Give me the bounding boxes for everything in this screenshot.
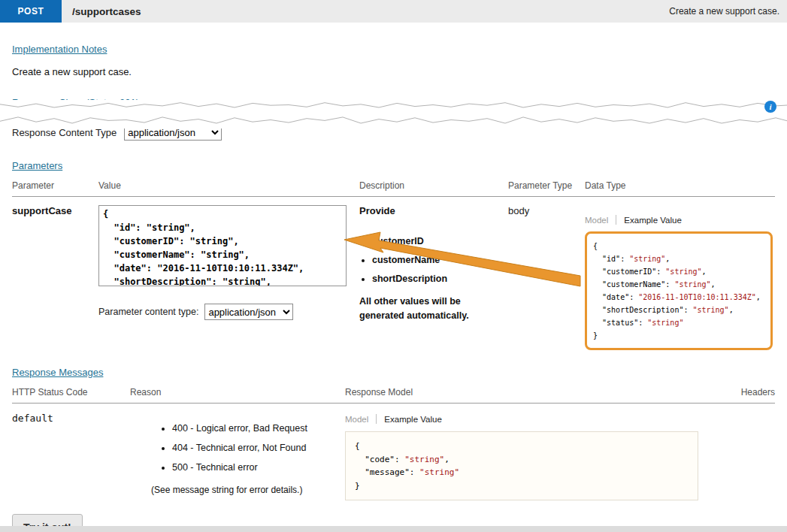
endpoint-header[interactable]: POST /supportcases Create a new support … xyxy=(0,0,787,23)
implementation-notes-heading: Implementation Notes xyxy=(12,44,107,55)
response-model-cell: Model Example Value { "code": "string", … xyxy=(345,404,716,500)
description-intro: Provide xyxy=(359,205,508,216)
torn-edge: i xyxy=(0,100,787,128)
col-value: Value xyxy=(98,171,359,196)
parameter-type-value: body xyxy=(508,197,585,350)
tab-separator xyxy=(376,414,377,424)
endpoint-path[interactable]: /supportcases xyxy=(72,6,141,17)
implementation-notes-text: Create a new support case. xyxy=(12,66,775,77)
headers-cell xyxy=(716,404,775,500)
response-model-tabs: Model Example Value xyxy=(345,413,716,424)
parameters-heading: Parameters xyxy=(12,160,62,171)
status-code-value: default xyxy=(12,404,130,500)
parameter-content-type-label: Parameter content type: xyxy=(98,307,198,317)
reason-bullet-list: 400 - Logical error, Bad Request 404 - T… xyxy=(172,423,345,473)
col-http-status-code: HTTP Status Code xyxy=(12,378,130,403)
tab-example-value[interactable]: Example Value xyxy=(624,216,682,225)
data-type-cell: Model Example Value { "id": "string", "c… xyxy=(585,197,775,350)
response-messages-table-header: HTTP Status Code Reason Response Model H… xyxy=(12,378,775,404)
description-note: All other values will be generated autom… xyxy=(359,295,491,323)
tab-model[interactable]: Model xyxy=(585,216,608,225)
response-model-json: { "code": "string", "message": "string" … xyxy=(355,440,689,492)
col-parameter-type: Parameter Type xyxy=(508,171,585,196)
col-parameter: Parameter xyxy=(12,171,98,196)
reason-bullet: 500 - Technical error xyxy=(172,462,345,473)
tab-example-value[interactable]: Example Value xyxy=(384,415,442,424)
col-response-model: Response Model xyxy=(345,378,716,403)
description-bullet: customerID xyxy=(372,236,508,246)
response-message-row-default: default 400 - Logical error, Bad Request… xyxy=(12,404,775,500)
parameter-value-cell: { "id": "string", "customerID": "string"… xyxy=(98,197,359,350)
description-bullet: shortDescription xyxy=(372,274,508,284)
info-icon[interactable]: i xyxy=(764,101,776,113)
parameter-row-supportcase: supportCase { "id": "string", "customerI… xyxy=(12,197,775,350)
torn-edge-lines xyxy=(0,100,787,128)
parameter-content-type-row: Parameter content type: application/json xyxy=(98,304,359,320)
parameter-name: supportCase xyxy=(12,197,98,350)
data-type-tabs: Model Example Value xyxy=(585,205,775,225)
parameter-content-type-select[interactable]: application/json xyxy=(204,304,293,320)
parameter-description-cell: Provide customerID customerName shortDes… xyxy=(359,197,508,350)
example-value-json: { "id": "string", "customerID": "string"… xyxy=(593,240,764,342)
tab-model[interactable]: Model xyxy=(345,415,368,424)
response-messages-heading: Response Messages xyxy=(12,367,103,378)
description-bullet: customerName xyxy=(372,255,508,265)
col-reason: Reason xyxy=(130,378,345,403)
bottom-strip xyxy=(0,526,787,532)
reason-bullet: 404 - Technical error, Not Found xyxy=(172,443,345,453)
reason-cell: 400 - Logical error, Bad Request 404 - T… xyxy=(130,404,345,500)
col-description: Description xyxy=(359,171,508,196)
reason-note: (See message string for error details.) xyxy=(151,485,345,495)
http-method-badge[interactable]: POST xyxy=(0,0,62,23)
tab-separator xyxy=(616,215,616,225)
body-parameter-textarea[interactable]: { "id": "string", "customerID": "string"… xyxy=(98,205,347,286)
response-model-example-box: { "code": "string", "message": "string" … xyxy=(345,431,698,500)
endpoint-summary: Create a new support case. xyxy=(669,6,779,17)
col-data-type: Data Type xyxy=(585,171,775,196)
description-bullet-list: customerID customerName shortDescription xyxy=(372,236,508,284)
example-value-box-highlighted: { "id": "string", "customerID": "string"… xyxy=(585,231,773,350)
col-headers: Headers xyxy=(716,378,775,403)
parameters-table-header: Parameter Value Description Parameter Ty… xyxy=(12,171,775,197)
reason-bullet: 400 - Logical error, Bad Request xyxy=(172,423,345,434)
